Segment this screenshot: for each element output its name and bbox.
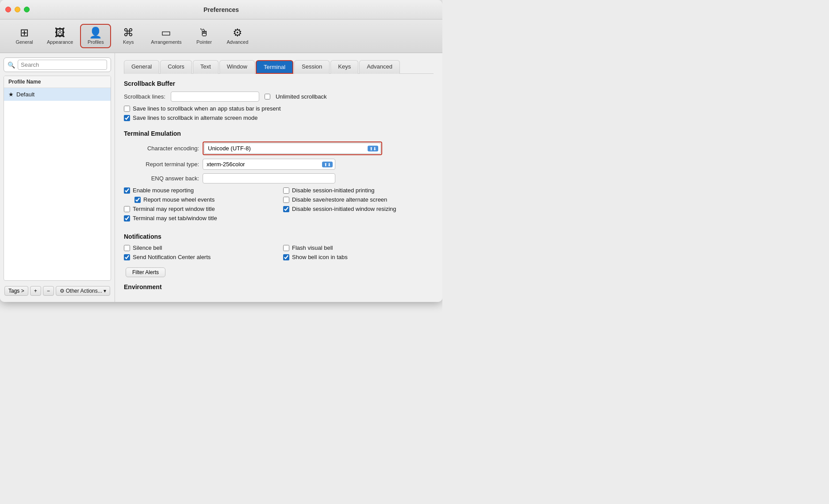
filter-alerts-button[interactable]: Filter Alerts (126, 267, 165, 277)
show-bell-icon-checkbox[interactable] (283, 254, 289, 260)
toolbar-arrangements[interactable]: ▭ Arrangements (146, 25, 187, 47)
tab-window[interactable]: Window (219, 60, 255, 74)
tabs: General Colors Text Window Terminal Sess… (124, 60, 434, 74)
notifications-title: Notifications (124, 233, 434, 240)
disable-save-restore-row: Disable save/restore alternate screen (283, 196, 434, 203)
tab-general[interactable]: General (124, 60, 159, 74)
content-area: 🔍 Profile Name ★ Default Tags > + − ⚙ Ot… (0, 53, 442, 302)
scrollback-lines-row: Scrollback lines: 1,000 Unlimited scroll… (124, 92, 434, 102)
preferences-window: Preferences ⊞ General 🖼 Appearance 👤 Pro… (0, 0, 442, 302)
report-mouse-wheel-checkbox[interactable] (134, 197, 141, 203)
arrangements-icon: ▭ (161, 27, 171, 38)
advanced-icon: ⚙ (233, 27, 242, 38)
save-status-bar-row: Save lines to scrollback when an app sta… (124, 105, 434, 112)
flash-visual-bell-row: Flash visual bell (283, 244, 434, 251)
tab-advanced[interactable]: Advanced (359, 60, 400, 74)
toolbar-keys[interactable]: ⌘ Keys (113, 25, 144, 47)
enq-input[interactable] (203, 173, 335, 183)
encoding-wrapper: Unicode (UTF-8) UTF-16 ISO-8859-1 US ASC… (203, 141, 382, 155)
tab-terminal[interactable]: Terminal (256, 60, 293, 74)
terminal-type-select-wrapper: xterm-256color xterm vt100 ansi ⬆⬇ (203, 159, 335, 170)
pointer-icon: 🖱 (199, 27, 209, 38)
enq-row: ENQ answer back: (124, 173, 434, 183)
encoding-select[interactable]: Unicode (UTF-8) UTF-16 ISO-8859-1 US ASC… (204, 143, 381, 154)
unlimited-scrollback-label: Unlimited scrollback (276, 93, 327, 100)
remove-profile-button[interactable]: − (43, 286, 54, 296)
terminal-type-row: Report terminal type: xterm-256color xte… (124, 159, 434, 170)
keys-icon: ⌘ (123, 27, 134, 38)
terminal-checkboxes: Enable mouse reporting Report mouse whee… (124, 187, 434, 224)
sidebar-footer: Tags > + − ⚙ Other Actions... ▾ (4, 284, 111, 298)
disable-session-print-checkbox[interactable] (283, 187, 289, 194)
toolbar-pointer[interactable]: 🖱 Pointer (188, 25, 219, 47)
search-icon: 🔍 (8, 61, 15, 69)
scrollback-title: Scrollback Buffer (124, 80, 434, 87)
profiles-icon: 👤 (89, 27, 102, 38)
other-actions-button[interactable]: ⚙ Other Actions... ▾ (56, 286, 110, 296)
traffic-lights (5, 7, 30, 12)
disable-window-resize-checkbox[interactable] (283, 206, 289, 212)
gear-icon: ⚙ (60, 288, 65, 294)
flash-visual-bell-label: Flash visual bell (292, 244, 333, 251)
arrangements-label: Arrangements (151, 39, 181, 45)
chevron-down-icon: ▾ (104, 288, 106, 294)
disable-session-print-row: Disable session-initiated printing (283, 187, 434, 194)
toolbar-general[interactable]: ⊞ General (9, 25, 40, 47)
terminal-emulation-section: Terminal Emulation Character encoding: U… (124, 130, 434, 227)
report-mouse-wheel-label: Report mouse wheel events (143, 196, 215, 203)
terminal-type-select[interactable]: xterm-256color xterm vt100 ansi (203, 159, 335, 170)
main-panel: General Colors Text Window Terminal Sess… (115, 53, 442, 302)
disable-save-restore-label: Disable save/restore alternate screen (292, 196, 387, 203)
silence-bell-row: Silence bell (124, 244, 274, 251)
toolbar-appearance[interactable]: 🖼 Appearance (42, 25, 78, 47)
tags-button[interactable]: Tags > (4, 286, 28, 296)
titlebar: Preferences (0, 0, 442, 19)
search-input[interactable] (18, 60, 107, 70)
terminal-set-tab-checkbox[interactable] (124, 215, 130, 221)
toolbar-profiles[interactable]: 👤 Profiles (80, 24, 111, 48)
terminal-type-label: Report terminal type: (124, 161, 199, 168)
minimize-button[interactable] (15, 7, 20, 12)
general-label: General (15, 39, 33, 45)
encoding-select-wrapper: Unicode (UTF-8) UTF-16 ISO-8859-1 US ASC… (204, 143, 381, 154)
flash-visual-bell-checkbox[interactable] (283, 245, 289, 251)
send-notification-checkbox[interactable] (124, 254, 130, 260)
enq-label: ENQ answer back: (124, 175, 199, 182)
save-status-bar-checkbox[interactable] (124, 106, 130, 112)
appearance-label: Appearance (47, 39, 73, 45)
scrollback-section: Scrollback Buffer Scrollback lines: 1,00… (124, 80, 434, 124)
send-notification-row: Send Notification Center alerts (124, 254, 274, 260)
maximize-button[interactable] (24, 7, 30, 12)
terminal-set-tab-row: Terminal may set tab/window title (124, 215, 274, 221)
profile-default[interactable]: ★ Default (4, 88, 111, 101)
terminal-report-window-checkbox[interactable] (124, 206, 130, 212)
advanced-label: Advanced (226, 39, 248, 45)
close-button[interactable] (5, 7, 11, 12)
profile-list: Profile Name ★ Default (4, 76, 111, 281)
report-mouse-wheel-row: Report mouse wheel events (134, 196, 274, 203)
disable-save-restore-checkbox[interactable] (283, 197, 289, 203)
pointer-label: Pointer (196, 39, 212, 45)
tab-session[interactable]: Session (294, 60, 330, 74)
disable-window-resize-row: Disable session-initiated window resizin… (283, 206, 434, 212)
tab-text[interactable]: Text (193, 60, 219, 74)
silence-bell-label: Silence bell (133, 244, 162, 251)
save-status-bar-label: Save lines to scrollback when an app sta… (133, 105, 281, 112)
keys-label: Keys (123, 39, 134, 45)
unlimited-scrollback-checkbox[interactable] (265, 94, 270, 99)
silence-bell-checkbox[interactable] (124, 245, 130, 251)
toolbar-advanced[interactable]: ⚙ Advanced (221, 25, 253, 47)
default-name: Default (16, 91, 35, 98)
tab-keys[interactable]: Keys (330, 60, 358, 74)
encoding-row: Character encoding: Unicode (UTF-8) UTF-… (124, 141, 434, 155)
terminal-set-tab-label: Terminal may set tab/window title (133, 215, 217, 221)
environment-title: Environment (124, 283, 434, 290)
scrollback-lines-input[interactable]: 1,000 (171, 92, 259, 102)
search-box[interactable]: 🔍 (4, 57, 111, 72)
save-alternate-checkbox[interactable] (124, 115, 130, 121)
enable-mouse-checkbox[interactable] (124, 187, 130, 194)
tab-colors[interactable]: Colors (160, 60, 192, 74)
encoding-label: Character encoding: (124, 145, 199, 152)
send-notification-label: Send Notification Center alerts (133, 254, 211, 260)
add-profile-button[interactable]: + (30, 286, 41, 296)
